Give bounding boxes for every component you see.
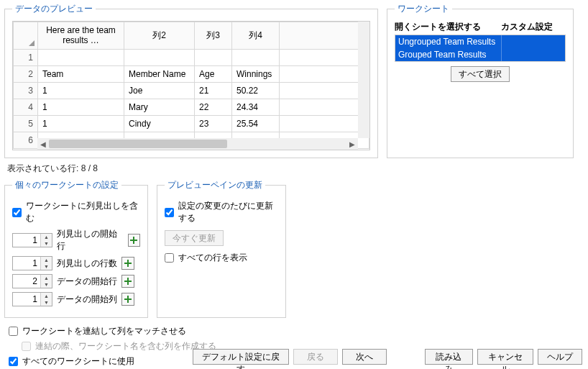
spin-down-icon[interactable]: ▼ xyxy=(41,240,52,247)
spinner-input[interactable] xyxy=(13,275,40,288)
cell[interactable]: 21 xyxy=(195,82,232,99)
preview-table: Here are the team results … 列2 列3 列4 12T… xyxy=(13,22,369,149)
help-button[interactable]: ヘルプ xyxy=(538,349,582,365)
spinner-input[interactable] xyxy=(13,293,40,306)
row-number[interactable]: 5 xyxy=(14,115,38,132)
spin-down-icon[interactable]: ▼ xyxy=(41,281,52,288)
load-button[interactable]: 読み込み xyxy=(425,349,473,365)
spinner-input[interactable] xyxy=(13,257,40,270)
table-corner[interactable] xyxy=(14,22,38,50)
cell[interactable]: 50.22 xyxy=(232,82,280,99)
scroll-track[interactable] xyxy=(49,138,346,150)
concat-sheets-checkbox[interactable]: ワークシートを連結して列をマッチさせる xyxy=(9,325,579,337)
preview-update-legend: プレビューペインの更新 xyxy=(165,179,265,191)
cell[interactable]: 1 xyxy=(38,99,124,115)
cell[interactable] xyxy=(280,82,369,99)
update-on-change-input[interactable] xyxy=(165,208,174,217)
show-all-rows-input[interactable] xyxy=(165,253,174,263)
scroll-right-icon[interactable]: ▶ xyxy=(346,138,358,150)
cell[interactable]: 22 xyxy=(195,99,232,115)
default-button[interactable]: デフォルト設定に戻す xyxy=(193,349,289,365)
col-header[interactable]: 列2 xyxy=(124,22,195,50)
spin-down-icon[interactable]: ▼ xyxy=(41,299,52,306)
cell[interactable] xyxy=(38,49,124,65)
data-preview-group: データのプレビュー Here are the team results … 列2… xyxy=(4,3,378,158)
spinner[interactable]: ▲▼ xyxy=(12,233,52,247)
scroll-left-icon[interactable]: ◀ xyxy=(37,138,49,150)
worksheet-select-label: 開くシートを選択する xyxy=(395,21,501,33)
worksheet-item[interactable]: Ungrouped Team Results xyxy=(395,35,565,48)
row-number[interactable]: 4 xyxy=(14,99,38,115)
spinner-input[interactable] xyxy=(13,234,40,247)
spinner-label: データの開始列 xyxy=(57,293,117,306)
spin-down-icon[interactable]: ▼ xyxy=(41,263,52,270)
vertical-scrollbar[interactable] xyxy=(358,22,369,138)
concat-sheets-label: ワークシートを連結して列をマッチさせる xyxy=(22,325,186,337)
cell[interactable] xyxy=(232,49,280,65)
worksheet-item[interactable]: Grouped Team Results xyxy=(395,48,565,61)
include-header-checkbox[interactable]: ワークシートに列見出しを含む xyxy=(12,200,140,224)
spin-up-icon[interactable]: ▲ xyxy=(41,293,52,299)
spinner[interactable]: ▲▼ xyxy=(12,256,52,270)
cell[interactable] xyxy=(124,49,195,65)
select-all-button[interactable]: すべて選択 xyxy=(451,66,510,82)
col-header[interactable]: Here are the team results … xyxy=(38,22,124,50)
add-button[interactable] xyxy=(121,257,134,270)
scroll-thumb[interactable] xyxy=(49,140,227,148)
col-header-empty[interactable] xyxy=(280,22,369,50)
cell[interactable]: 1 xyxy=(38,82,124,99)
svg-rect-1 xyxy=(130,240,137,241)
spinner-label: 列見出しの行数 xyxy=(57,258,117,270)
cell[interactable] xyxy=(280,65,369,82)
cell[interactable]: 23 xyxy=(195,115,232,132)
worksheet-group: ワークシート 開くシートを選択する カスタム設定 Ungrouped Team … xyxy=(387,3,574,158)
cell[interactable]: 24.34 xyxy=(232,99,280,115)
concat-sheets-input[interactable] xyxy=(9,327,18,336)
button-bar: デフォルト設定に戻す 戻る 次へ 読み込み キャンセル ヘルプ xyxy=(0,349,582,365)
col-header[interactable]: 列4 xyxy=(232,22,280,50)
preview-update-group: プレビューペインの更新 設定の変更のたびに更新する 今すぐ更新 すべての行を表示 xyxy=(157,179,286,318)
spin-up-icon[interactable]: ▲ xyxy=(41,275,52,281)
individual-settings-group: 個々のワークシートの設定 ワークシートに列見出しを含む ▲▼列見出しの開始行▲▼… xyxy=(4,179,148,318)
add-button[interactable] xyxy=(121,275,134,288)
horizontal-scrollbar[interactable]: ◀ ▶ xyxy=(37,138,358,150)
cell[interactable]: Member Name xyxy=(124,65,195,82)
cell[interactable]: Winnings xyxy=(232,65,280,82)
spin-up-icon[interactable]: ▲ xyxy=(41,257,52,263)
worksheet-custom xyxy=(502,48,565,61)
cell[interactable] xyxy=(280,115,369,132)
add-button[interactable] xyxy=(128,234,140,247)
cell[interactable] xyxy=(195,49,232,65)
worksheet-custom xyxy=(502,35,565,48)
row-number[interactable]: 3 xyxy=(14,82,38,99)
cell[interactable]: Team xyxy=(38,65,124,82)
add-button[interactable] xyxy=(121,293,134,306)
cell[interactable]: 1 xyxy=(38,115,124,132)
show-all-rows-checkbox[interactable]: すべての行を表示 xyxy=(165,252,278,264)
worksheet-list[interactable]: Ungrouped Team ResultsGrouped Team Resul… xyxy=(395,35,566,62)
row-number[interactable]: 6 xyxy=(14,132,38,148)
col-header[interactable]: 列3 xyxy=(195,22,232,50)
next-button[interactable]: 次へ xyxy=(342,349,387,365)
cell[interactable] xyxy=(280,49,369,65)
spinner[interactable]: ▲▼ xyxy=(12,292,52,306)
spinner[interactable]: ▲▼ xyxy=(12,274,52,288)
cell[interactable] xyxy=(280,99,369,115)
cell[interactable]: 25.54 xyxy=(232,115,280,132)
cell[interactable]: Age xyxy=(195,65,232,82)
row-number[interactable]: 1 xyxy=(14,49,38,65)
worksheet-name: Ungrouped Team Results xyxy=(395,35,502,48)
worksheet-header-row: 開くシートを選択する カスタム設定 xyxy=(395,21,566,33)
include-header-input[interactable] xyxy=(12,208,22,217)
cell[interactable]: Joe xyxy=(124,82,195,99)
update-on-change-checkbox[interactable]: 設定の変更のたびに更新する xyxy=(165,200,278,224)
cell[interactable]: Mary xyxy=(124,99,195,115)
cell[interactable]: Cindy xyxy=(124,115,195,132)
cancel-button[interactable]: キャンセル xyxy=(477,349,533,365)
data-preview-legend: データのプレビュー xyxy=(12,3,96,15)
row-number[interactable]: 2 xyxy=(14,65,38,82)
show-all-rows-label: すべての行を表示 xyxy=(178,252,247,264)
spin-up-icon[interactable]: ▲ xyxy=(41,234,52,240)
preview-table-wrap: Here are the team results … 列2 列3 列4 12T… xyxy=(12,21,370,150)
update-now-button: 今すぐ更新 xyxy=(165,230,224,246)
